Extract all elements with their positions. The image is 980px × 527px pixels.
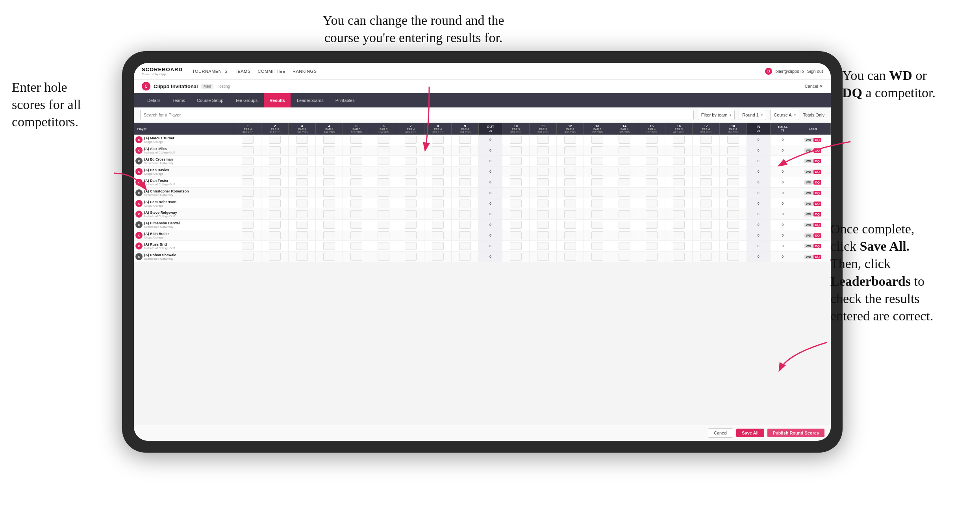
- publish-button[interactable]: Publish Round Scores: [767, 429, 824, 437]
- hole-10-input[interactable]: [510, 200, 522, 207]
- hole-10-input[interactable]: [510, 168, 522, 176]
- hole-4-input[interactable]: [323, 168, 335, 176]
- hole-7-input[interactable]: [405, 146, 417, 154]
- wd-button[interactable]: WD: [804, 223, 813, 227]
- hole-1-input[interactable]: [242, 200, 254, 207]
- hole-2-input[interactable]: [269, 210, 281, 218]
- wd-button[interactable]: WD: [804, 170, 813, 174]
- hole-4-input[interactable]: [323, 210, 335, 218]
- tournament-cancel[interactable]: Cancel ✕: [805, 84, 823, 89]
- hole-15-input[interactable]: [646, 136, 658, 144]
- hole-12-input[interactable]: [564, 168, 576, 176]
- hole-14-input[interactable]: [619, 157, 630, 165]
- hole-7-input[interactable]: [405, 178, 417, 186]
- hole-15-input[interactable]: [646, 168, 658, 176]
- hole-8-input[interactable]: [432, 178, 444, 186]
- hole-15-input[interactable]: [646, 253, 658, 261]
- wd-button[interactable]: WD: [804, 202, 813, 206]
- hole-6-input[interactable]: [378, 189, 389, 197]
- hole-18-input[interactable]: [727, 136, 739, 144]
- hole-13-input[interactable]: [591, 221, 603, 229]
- hole-12-input[interactable]: [564, 221, 576, 229]
- hole-7-input[interactable]: [405, 231, 417, 239]
- hole-3-input[interactable]: [296, 189, 308, 197]
- hole-2-input[interactable]: [269, 178, 281, 186]
- hole-16-input[interactable]: [673, 146, 685, 154]
- sign-out-link[interactable]: Sign out: [807, 69, 823, 74]
- hole-2-input[interactable]: [269, 157, 281, 165]
- hole-7-input[interactable]: [405, 253, 417, 261]
- dq-button[interactable]: DQ: [813, 148, 821, 153]
- tab-details[interactable]: Details: [142, 93, 166, 107]
- hole-8-input[interactable]: [432, 200, 444, 207]
- hole-18-input[interactable]: [727, 200, 739, 207]
- hole-13-input[interactable]: [591, 146, 603, 154]
- hole-12-input[interactable]: [564, 189, 576, 197]
- hole-8-input[interactable]: [432, 136, 444, 144]
- hole-14-input[interactable]: [619, 253, 630, 261]
- hole-9-input[interactable]: [459, 253, 471, 261]
- hole-2-input[interactable]: [269, 231, 281, 239]
- hole-4-input[interactable]: [323, 146, 335, 154]
- filter-team-dropdown[interactable]: Filter by team ▾: [698, 110, 735, 120]
- dq-button[interactable]: DQ: [813, 138, 821, 142]
- hole-11-input[interactable]: [537, 136, 549, 144]
- hole-7-input[interactable]: [405, 189, 417, 197]
- hole-3-input[interactable]: [296, 253, 308, 261]
- hole-15-input[interactable]: [646, 221, 658, 229]
- hole-6-input[interactable]: [378, 200, 389, 207]
- hole-12-input[interactable]: [564, 253, 576, 261]
- dq-button[interactable]: DQ: [813, 180, 821, 185]
- hole-11-input[interactable]: [537, 157, 549, 165]
- hole-9-input[interactable]: [459, 210, 471, 218]
- hole-14-input[interactable]: [619, 189, 630, 197]
- hole-12-input[interactable]: [564, 178, 576, 186]
- hole-15-input[interactable]: [646, 200, 658, 207]
- hole-15-input[interactable]: [646, 231, 658, 239]
- hole-2-input[interactable]: [269, 253, 281, 261]
- hole-16-input[interactable]: [673, 221, 685, 229]
- hole-4-input[interactable]: [323, 136, 335, 144]
- hole-14-input[interactable]: [619, 231, 630, 239]
- hole-4-input[interactable]: [323, 221, 335, 229]
- dq-button[interactable]: DQ: [813, 159, 821, 163]
- hole-8-input[interactable]: [432, 157, 444, 165]
- hole-11-input[interactable]: [537, 242, 549, 250]
- hole-18-input[interactable]: [727, 231, 739, 239]
- hole-16-input[interactable]: [673, 178, 685, 186]
- hole-11-input[interactable]: [537, 189, 549, 197]
- hole-5-input[interactable]: [350, 231, 362, 239]
- hole-5-input[interactable]: [350, 253, 362, 261]
- dq-button[interactable]: DQ: [813, 212, 821, 216]
- hole-8-input[interactable]: [432, 242, 444, 250]
- hole-13-input[interactable]: [591, 178, 603, 186]
- hole-11-input[interactable]: [537, 178, 549, 186]
- nav-tournaments[interactable]: TOURNAMENTS: [192, 69, 228, 74]
- hole-10-input[interactable]: [510, 210, 522, 218]
- hole-7-input[interactable]: [405, 168, 417, 176]
- wd-button[interactable]: WD: [804, 212, 813, 216]
- hole-17-input[interactable]: [700, 136, 712, 144]
- hole-8-input[interactable]: [432, 168, 444, 176]
- hole-16-input[interactable]: [673, 242, 685, 250]
- hole-9-input[interactable]: [459, 200, 471, 207]
- hole-10-input[interactable]: [510, 136, 522, 144]
- wd-button[interactable]: WD: [804, 233, 813, 238]
- hole-2-input[interactable]: [269, 221, 281, 229]
- hole-11-input[interactable]: [537, 210, 549, 218]
- hole-7-input[interactable]: [405, 157, 417, 165]
- hole-6-input[interactable]: [378, 242, 389, 250]
- hole-11-input[interactable]: [537, 146, 549, 154]
- hole-16-input[interactable]: [673, 231, 685, 239]
- hole-13-input[interactable]: [591, 231, 603, 239]
- tab-results[interactable]: Results: [264, 93, 291, 107]
- hole-3-input[interactable]: [296, 168, 308, 176]
- hole-6-input[interactable]: [378, 253, 389, 261]
- hole-16-input[interactable]: [673, 157, 685, 165]
- hole-8-input[interactable]: [432, 231, 444, 239]
- hole-1-input[interactable]: [242, 178, 254, 186]
- hole-17-input[interactable]: [700, 210, 712, 218]
- hole-14-input[interactable]: [619, 168, 630, 176]
- dq-button[interactable]: DQ: [813, 244, 821, 248]
- hole-18-input[interactable]: [727, 221, 739, 229]
